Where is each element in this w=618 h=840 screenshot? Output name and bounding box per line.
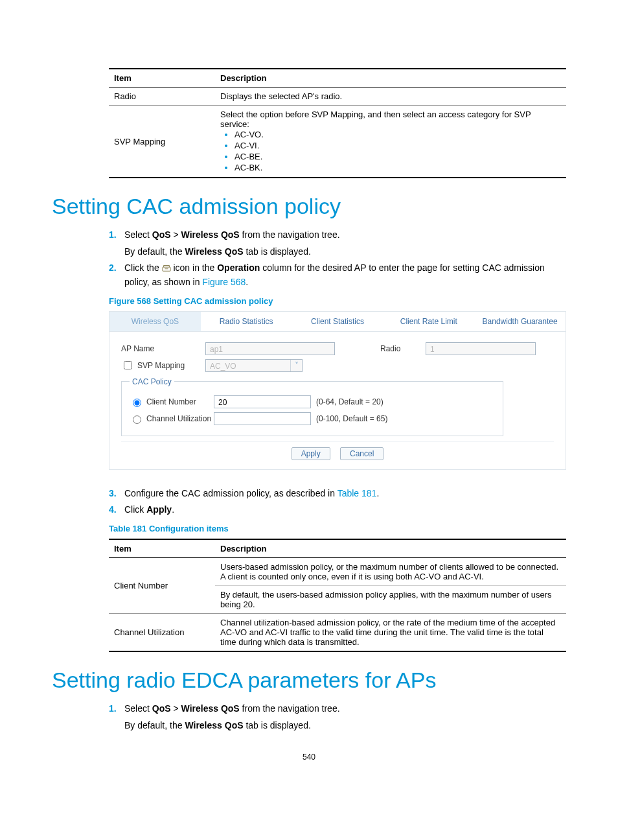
table-cell: Channel utilization-based admission poli… [215,614,566,652]
cancel-button[interactable]: Cancel [340,447,383,460]
link-table-181[interactable]: Table 181 [338,488,377,498]
client-number-input[interactable]: 20 [214,395,311,408]
radio-field: 1 [426,342,536,355]
client-number-hint: (0-64, Default = 20) [316,397,383,406]
step-number: 1. [109,228,124,259]
list-item: AC-VO. [235,129,561,140]
tab-bandwidth-guarantee[interactable]: Bandwidth Guarantee [474,312,566,331]
channel-utilization-input[interactable] [214,412,311,425]
tab-wireless-qos[interactable]: Wireless QoS [109,312,201,331]
apply-button[interactable]: Apply [292,447,330,460]
table-svp-continuation: Item Description Radio Displays the sele… [109,68,566,178]
channel-utilization-radio[interactable] [133,415,141,424]
svp-mapping-select[interactable]: AC_VO ˅ [205,359,303,372]
step-1: 1. Select QoS > Wireless QoS from the na… [109,702,566,732]
chevron-down-icon: ˅ [290,360,302,371]
step-number: 1. [109,702,124,732]
heading-edca-aps: Setting radio EDCA parameters for APs [52,668,566,693]
table-181-caption: Table 181 Configuration items [109,524,566,533]
table-cell: Channel Utilization [109,614,215,652]
svp-mapping-label: SVP Mapping [137,361,185,370]
table-header-description: Description [215,69,566,88]
page-number: 540 [52,752,566,762]
step-1: 1. Select QoS > Wireless QoS from the na… [109,228,566,259]
table-cell: Displays the selected AP's radio. [215,88,566,106]
figure-568-caption: Figure 568 Setting CAC admission policy [109,296,566,306]
table-header-item: Item [109,539,215,558]
step-2: 2. Click the icon in the Operation colum… [109,261,566,289]
table-cell: Users-based admission policy, or the max… [215,558,566,586]
table-cell: Client Number [109,558,215,614]
ap-name-field: ap1 [205,342,335,355]
link-figure-568[interactable]: Figure 568 [202,277,246,287]
step-number: 2. [109,261,124,289]
channel-utilization-hint: (0-100, Default = 65) [316,414,387,423]
step-number: 3. [109,487,124,501]
tab-client-statistics[interactable]: Client Statistics [292,312,383,331]
table-cell: Select the option before SVP Mapping, an… [215,106,566,178]
tab-radio-statistics[interactable]: Radio Statistics [201,312,292,331]
svp-lead: Select the option before SVP Mapping, an… [220,110,531,129]
list-item: AC-BK. [235,162,561,173]
cac-policy-legend: CAC Policy [130,377,174,386]
step-number: 4. [109,503,124,517]
table-cell: SVP Mapping [109,106,215,178]
channel-utilization-label: Channel Utilization [146,414,211,423]
ap-name-label: AP Name [121,344,205,353]
step-4: 4. Click Apply. [109,503,566,517]
table-181: Item Description Client Number Users-bas… [109,539,566,652]
step-3: 3. Configure the CAC admission policy, a… [109,487,566,501]
heading-cac-admission: Setting CAC admission policy [52,194,566,219]
client-number-label: Client Number [146,397,196,406]
table-cell: Radio [109,88,215,106]
table-header-description: Description [215,539,566,558]
table-header-item: Item [109,69,215,88]
list-item: AC-VI. [235,140,561,151]
tab-client-rate-limit[interactable]: Client Rate Limit [383,312,474,331]
list-item: AC-BE. [235,151,561,162]
client-number-radio[interactable] [133,399,141,407]
cac-policy-fieldset: CAC Policy Client Number 20 (0-64, Defau… [121,377,503,436]
table-cell: By default, the users-based admission po… [215,586,566,614]
operation-icon [162,262,171,272]
radio-label: Radio [380,344,426,353]
figure-568: Wireless QoS Radio Statistics Client Sta… [109,311,566,470]
svp-mapping-checkbox[interactable] [124,361,132,369]
